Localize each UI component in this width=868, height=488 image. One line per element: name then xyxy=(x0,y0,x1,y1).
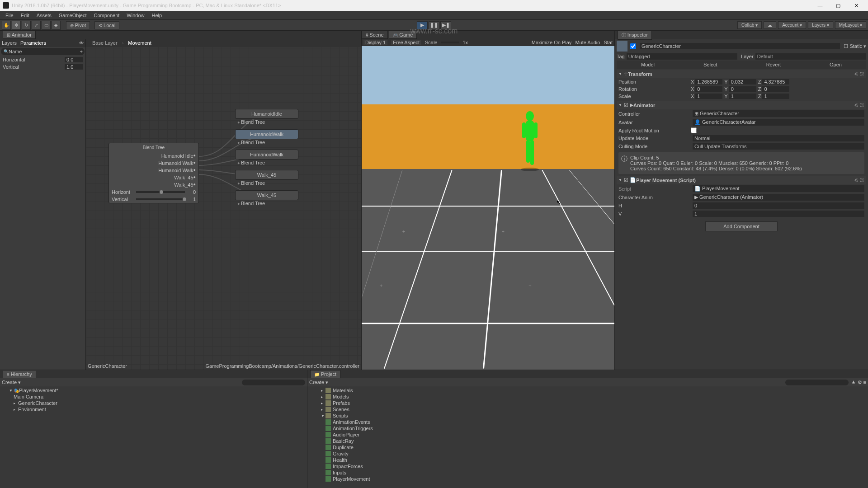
rot-z[interactable]: 0 xyxy=(762,86,789,92)
param-search[interactable]: 🔍 Name + xyxy=(1,48,85,55)
eye-icon[interactable]: 👁 xyxy=(79,41,84,46)
stats-toggle[interactable]: Stat xyxy=(604,40,613,45)
node-walk45-2[interactable]: Walk_45 xyxy=(235,190,298,200)
update-mode-dropdown[interactable]: Normal xyxy=(693,135,864,141)
close-button[interactable]: ✕ xyxy=(847,0,865,11)
script-item[interactable]: Health xyxy=(307,457,868,463)
menu-assets[interactable]: Assets xyxy=(33,12,55,19)
folder-item[interactable]: ▸Prefabs xyxy=(307,400,868,406)
hierarchy-item[interactable]: ▸GenericCharacter xyxy=(0,400,307,406)
hierarchy-search[interactable] xyxy=(242,380,305,385)
script-item[interactable]: Inputs xyxy=(307,469,868,476)
account-dropdown[interactable]: Account ▾ xyxy=(778,21,806,29)
rotate-tool[interactable]: ↻ xyxy=(22,21,31,30)
pos-z[interactable]: 4.327885 xyxy=(762,79,789,84)
scale-slider[interactable] xyxy=(441,42,459,43)
transform-tool[interactable]: ◈ xyxy=(52,21,61,30)
pos-x[interactable]: 1.268589 xyxy=(695,79,722,84)
layers-dropdown[interactable]: Layers ▾ xyxy=(808,21,833,29)
maximize-toggle[interactable]: Maximize On Play xyxy=(532,40,572,45)
tab-parameters[interactable]: Parameters xyxy=(20,40,46,46)
character-anim-field[interactable]: ▶ GenericCharacter (Animator) xyxy=(693,194,864,201)
controller-field[interactable]: ⊞ GenericCharacter xyxy=(693,110,864,117)
script-item[interactable]: AnimationEvents xyxy=(307,419,868,425)
node-walk45-1[interactable]: Walk_45 xyxy=(235,170,298,180)
menu-help[interactable]: Help xyxy=(148,12,165,19)
rot-y[interactable]: 0 xyxy=(729,86,756,92)
active-checkbox[interactable] xyxy=(630,43,636,49)
layer-dropdown[interactable]: Default xyxy=(755,53,866,60)
scale-z[interactable]: 1 xyxy=(762,94,789,99)
tab-scene[interactable]: # Scene xyxy=(362,31,388,39)
script-item[interactable]: ImpactForces xyxy=(307,463,868,469)
node-humanoid-walk-1[interactable]: HumanoidWalk xyxy=(235,129,298,139)
menu-file[interactable]: File xyxy=(2,12,17,19)
layout-dropdown[interactable]: MyLayout ▾ xyxy=(835,21,866,29)
menu-edit[interactable]: Edit xyxy=(17,12,33,19)
local-toggle[interactable]: ⟲ Local xyxy=(94,21,119,29)
display-dropdown[interactable]: Display 1 xyxy=(363,40,387,45)
script-item[interactable]: BasicRay xyxy=(307,438,868,444)
tab-inspector[interactable]: ⓘ Inspector xyxy=(618,31,652,40)
gear-icon[interactable]: ⛭ ⚙ xyxy=(854,71,864,76)
menu-window[interactable]: Window xyxy=(123,12,148,19)
script-item[interactable]: Duplicate xyxy=(307,444,868,450)
folder-item[interactable]: ▸Materials xyxy=(307,387,868,394)
scene-row[interactable]: ▼🎭 PlayerMovement* xyxy=(0,387,307,394)
scale-x[interactable]: 1 xyxy=(695,94,722,99)
layer-base[interactable]: Base Layer xyxy=(89,40,121,46)
pivot-toggle[interactable]: ⊕ Pivot xyxy=(66,21,90,29)
gameobject-name[interactable]: GenericCharacter xyxy=(640,43,840,49)
culling-mode-dropdown[interactable]: Cull Update Transforms xyxy=(693,143,864,150)
project-create[interactable]: Create ▾ xyxy=(309,380,328,385)
move-tool[interactable]: ✥ xyxy=(12,21,21,30)
folder-item[interactable]: ▼Scripts xyxy=(307,413,868,419)
script-item[interactable]: AudioPlayer xyxy=(307,432,868,438)
cloud-button[interactable]: ☁ xyxy=(764,21,776,29)
gear-icon[interactable]: ⛭ ⚙ xyxy=(854,103,864,108)
rot-x[interactable]: 0 xyxy=(695,86,722,92)
maximize-button[interactable]: ▢ xyxy=(829,0,847,11)
select-tab[interactable]: Select xyxy=(703,62,717,67)
folder-item[interactable]: ▸Scenes xyxy=(307,406,868,413)
transform-header[interactable]: ▼⊹ Transform ⛭ ⚙ xyxy=(617,70,866,78)
project-search[interactable] xyxy=(785,380,849,385)
open-tab[interactable]: Open xyxy=(830,62,842,67)
v-field[interactable]: 1 xyxy=(693,211,864,217)
script-component-header[interactable]: ▼☑ 📄 Player Movement (Script) ⛭ ⚙ xyxy=(617,176,866,184)
script-item[interactable]: AnimationTriggers xyxy=(307,425,868,432)
tab-project[interactable]: 📁 Project xyxy=(310,370,340,378)
scale-y[interactable]: 1 xyxy=(729,94,756,99)
tab-hierarchy[interactable]: ≡ Hierarchy xyxy=(3,370,36,378)
pos-y[interactable]: 0.032 xyxy=(729,79,756,84)
add-component-button[interactable]: Add Component xyxy=(705,221,778,231)
model-tab[interactable]: Model xyxy=(641,62,655,67)
menu-component[interactable]: Component xyxy=(90,12,123,19)
folder-item[interactable]: ▸Models xyxy=(307,394,868,400)
minimize-button[interactable]: — xyxy=(811,0,829,11)
param-vertical[interactable]: Vertical 1.0 xyxy=(0,63,85,70)
rect-tool[interactable]: ▭ xyxy=(42,21,51,30)
h-field[interactable]: 0 xyxy=(693,202,864,209)
blend-tree-node[interactable]: Blend Tree Humanoid Idle ● Humanoid Walk… xyxy=(108,143,199,203)
animator-component-header[interactable]: ▼☑ ▶ Animator ⛭ ⚙ xyxy=(617,101,866,109)
tab-layers[interactable]: Layers xyxy=(2,40,17,46)
script-item[interactable]: Gravity xyxy=(307,450,868,457)
collab-dropdown[interactable]: Collab ▾ xyxy=(737,21,762,29)
root-motion-checkbox[interactable] xyxy=(691,127,697,133)
hierarchy-item[interactable]: Main Camera xyxy=(0,394,307,400)
aspect-dropdown[interactable]: Free Aspect xyxy=(391,40,421,45)
tag-dropdown[interactable]: Untagged xyxy=(627,53,737,60)
hierarchy-item[interactable]: ▸Environment xyxy=(0,406,307,413)
revert-tab[interactable]: Revert xyxy=(766,62,781,67)
animator-graph[interactable]: Base Layer › Movement Blend Tree Humanoi… xyxy=(86,39,361,370)
scale-tool[interactable]: ⤢ xyxy=(32,21,41,30)
gear-icon[interactable]: ⛭ ⚙ xyxy=(854,178,864,183)
menu-gameobject[interactable]: GameObject xyxy=(55,12,90,19)
avatar-field[interactable]: 👤 GenericCharacterAvatar xyxy=(693,119,864,126)
script-item[interactable]: PlayerMovement xyxy=(307,476,868,482)
param-horizontal[interactable]: Horizontal 0.0 xyxy=(0,56,85,63)
project-options-icon[interactable]: ★ ⚙ ≡ xyxy=(851,380,866,385)
node-humanoid-idle[interactable]: HumanoidIdle xyxy=(235,109,298,119)
add-param-button[interactable]: + xyxy=(80,49,83,54)
